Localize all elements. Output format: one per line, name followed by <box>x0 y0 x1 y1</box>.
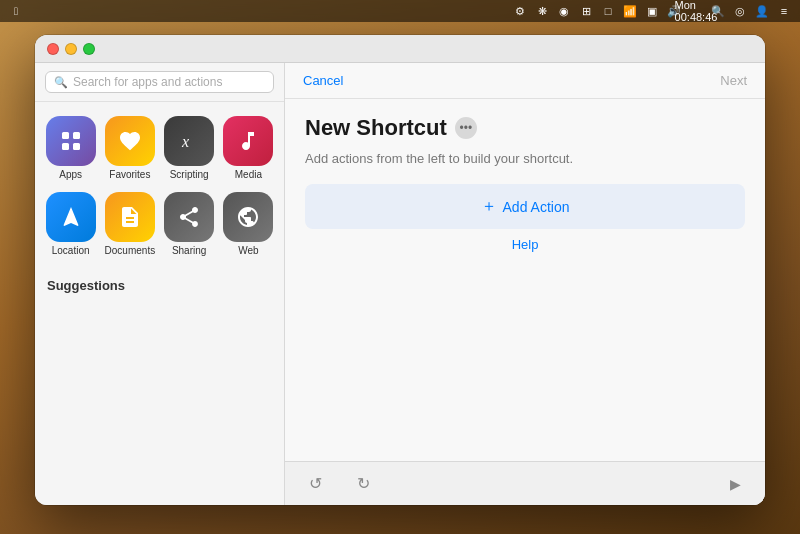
panel-body: New Shortcut ••• Add actions from the le… <box>285 99 765 461</box>
cancel-button[interactable]: Cancel <box>303 73 343 88</box>
wifi-icon: 📶 <box>622 3 638 19</box>
sidebar-item-web[interactable]: Web <box>221 188 276 260</box>
subtitle-text: Add actions from the left to build your … <box>305 151 745 166</box>
svg-text:x: x <box>181 133 189 150</box>
settings-icon: ⚙ <box>512 3 528 19</box>
documents-icon <box>105 192 155 242</box>
location-icon <box>46 192 96 242</box>
scripting-icon: x <box>164 116 214 166</box>
more-options-button[interactable]: ••• <box>455 117 477 139</box>
bottom-bar-nav: ↺ ↻ <box>301 470 377 498</box>
search-bar: 🔍 <box>35 63 284 102</box>
plus-icon: ＋ <box>481 196 497 217</box>
forward-button[interactable]: ↻ <box>349 470 377 498</box>
sidebar-item-location[interactable]: Location <box>43 188 98 260</box>
search-wrapper: 🔍 <box>45 71 274 93</box>
list-icon[interactable]: ≡ <box>776 3 792 19</box>
clock: Mon 00:48:46 <box>688 3 704 19</box>
media-icon <box>223 116 273 166</box>
sidebar-item-media[interactable]: Media <box>221 112 276 184</box>
add-action-label: Add Action <box>503 199 570 215</box>
documents-label: Documents <box>105 245 156 256</box>
title-bar <box>35 35 765 63</box>
apps-icon <box>46 116 96 166</box>
shortcut-title: New Shortcut <box>305 115 447 141</box>
profile-icon[interactable]: 👤 <box>754 3 770 19</box>
siri-icon[interactable]: ◎ <box>732 3 748 19</box>
app-window: 🔍 Apps <box>35 35 765 505</box>
svg-rect-2 <box>62 143 69 150</box>
sharing-label: Sharing <box>172 245 206 256</box>
minimize-button[interactable] <box>65 43 77 55</box>
web-label: Web <box>238 245 258 256</box>
scripting-label: Scripting <box>170 169 209 180</box>
sidebar-item-documents[interactable]: Documents <box>102 188 157 260</box>
location-label: Location <box>52 245 90 256</box>
back-button[interactable]: ↺ <box>301 470 329 498</box>
search-input[interactable] <box>73 75 265 89</box>
shortcut-title-row: New Shortcut ••• <box>305 115 745 141</box>
sidebar-item-apps[interactable]: Apps <box>43 112 98 184</box>
right-panel: Cancel Next New Shortcut ••• Add actions… <box>285 63 765 505</box>
menu-bar:  ⚙ ❋ ◉ ⊞ □ 📶 ▣ 🔊 Mon 00:48:46 🔍 ◎ 👤 ≡ <box>0 0 800 22</box>
suggestions-header: Suggestions <box>35 270 284 297</box>
sidebar-item-favorites[interactable]: Favorites <box>102 112 157 184</box>
sidebar: 🔍 Apps <box>35 63 285 505</box>
grid-icon: ⊞ <box>578 3 594 19</box>
square-icon: □ <box>600 3 616 19</box>
dropbox-icon: ❋ <box>534 3 550 19</box>
svg-rect-0 <box>62 132 69 139</box>
sharing-icon <box>164 192 214 242</box>
sidebar-item-sharing[interactable]: Sharing <box>162 188 217 260</box>
panel-header: Cancel Next <box>285 63 765 99</box>
close-button[interactable] <box>47 43 59 55</box>
icon-grid: Apps Favorites x <box>35 102 284 270</box>
svg-rect-3 <box>73 143 80 150</box>
menu-bar-left:  <box>8 3 24 19</box>
search-icon: 🔍 <box>54 76 68 89</box>
help-button[interactable]: Help <box>305 237 745 252</box>
search-menu-icon[interactable]: 🔍 <box>710 3 726 19</box>
next-button[interactable]: Next <box>720 73 747 88</box>
media-label: Media <box>235 169 262 180</box>
bottom-bar: ↺ ↻ ▶ <box>285 461 765 505</box>
eye-icon: ◉ <box>556 3 572 19</box>
play-button[interactable]: ▶ <box>721 470 749 498</box>
traffic-lights <box>47 43 95 55</box>
favorites-label: Favorites <box>109 169 150 180</box>
cast-icon: ▣ <box>644 3 660 19</box>
add-action-button[interactable]: ＋ Add Action <box>305 184 745 229</box>
web-icon <box>223 192 273 242</box>
main-content: 🔍 Apps <box>35 63 765 505</box>
apps-label: Apps <box>59 169 82 180</box>
maximize-button[interactable] <box>83 43 95 55</box>
favorites-icon <box>105 116 155 166</box>
menu-bar-right: ⚙ ❋ ◉ ⊞ □ 📶 ▣ 🔊 Mon 00:48:46 🔍 ◎ 👤 ≡ <box>512 3 792 19</box>
apple-menu-icon[interactable]:  <box>8 3 24 19</box>
sidebar-item-scripting[interactable]: x Scripting <box>162 112 217 184</box>
svg-rect-1 <box>73 132 80 139</box>
